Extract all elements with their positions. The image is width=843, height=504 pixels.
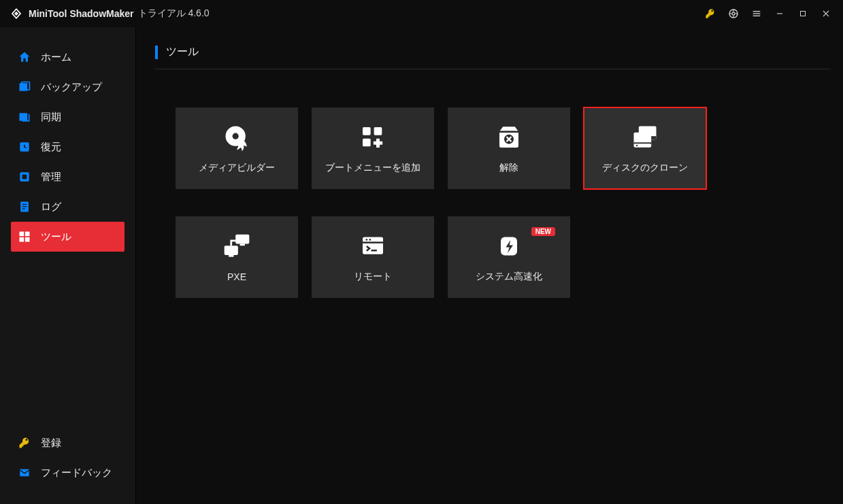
svg-rect-38 xyxy=(240,243,245,246)
menu-button[interactable] xyxy=(745,3,768,24)
key-icon xyxy=(18,436,31,450)
svg-rect-17 xyxy=(20,232,24,237)
sidebar-item-restore[interactable]: 復元 xyxy=(11,132,125,162)
svg-rect-37 xyxy=(235,235,249,244)
svg-rect-24 xyxy=(363,127,371,135)
tool-add-boot-menu[interactable]: ブートメニューを追加 xyxy=(312,107,434,189)
app-edition-version: トライアル 4.6.0 xyxy=(138,7,210,20)
manage-icon xyxy=(18,170,31,184)
tools-grid: メディアビルダー ブートメニューを追加 xyxy=(176,107,831,298)
sidebar-item-tools[interactable]: ツール xyxy=(11,222,125,252)
svg-rect-18 xyxy=(25,232,30,237)
sidebar-item-label: フィードバック xyxy=(41,467,112,480)
svg-rect-20 xyxy=(25,237,30,242)
svg-rect-4 xyxy=(753,16,761,16)
svg-point-23 xyxy=(233,133,239,139)
tools-grid-icon xyxy=(18,230,31,243)
sidebar-item-label: ツール xyxy=(41,231,71,243)
svg-rect-6 xyxy=(801,12,806,16)
bolt-app-icon xyxy=(493,231,525,261)
tool-label: ブートメニューを追加 xyxy=(325,162,420,174)
sync-icon xyxy=(18,110,31,124)
tool-pxe[interactable]: PXE xyxy=(176,216,298,298)
tool-label: PXE xyxy=(227,271,246,282)
svg-rect-12 xyxy=(22,175,27,180)
tool-media-builder[interactable]: メディアビルダー xyxy=(176,107,298,189)
section-title: ツール xyxy=(166,45,199,59)
tool-label: システム高速化 xyxy=(476,271,542,283)
svg-rect-25 xyxy=(374,127,382,135)
close-button[interactable] xyxy=(814,3,838,24)
svg-rect-3 xyxy=(753,13,761,14)
svg-rect-28 xyxy=(374,141,382,145)
sidebar-item-label: ログ xyxy=(41,201,61,214)
tool-label: ディスクのクローン xyxy=(602,162,688,174)
app-logo-icon xyxy=(10,7,23,20)
window-titlebar: MiniTool ShadowMaker トライアル 4.6.0 xyxy=(0,0,843,27)
sidebar: ホーム バックアップ 同期 復元 xyxy=(0,27,136,504)
sidebar-item-label: バックアップ xyxy=(41,81,102,94)
svg-rect-26 xyxy=(363,139,371,147)
activate-key-button[interactable] xyxy=(699,3,722,24)
svg-point-36 xyxy=(636,145,638,146)
svg-rect-39 xyxy=(225,246,238,255)
home-icon xyxy=(18,50,31,64)
sidebar-item-sync[interactable]: 同期 xyxy=(11,102,125,132)
help-button[interactable] xyxy=(722,3,745,24)
disc-fire-icon xyxy=(220,122,253,152)
svg-rect-5 xyxy=(777,13,782,14)
main-content: ツール メディアビルダー xyxy=(136,27,843,504)
svg-rect-46 xyxy=(371,250,377,252)
svg-rect-9 xyxy=(20,113,28,121)
svg-rect-43 xyxy=(363,241,383,243)
new-badge: NEW xyxy=(531,227,555,236)
network-computers-icon xyxy=(220,232,253,262)
svg-rect-15 xyxy=(22,206,27,207)
svg-point-44 xyxy=(366,239,368,241)
box-x-icon xyxy=(493,122,525,152)
sidebar-item-register[interactable]: 登録 xyxy=(11,428,125,458)
grid-plus-icon xyxy=(357,122,389,152)
tool-clone-disk[interactable]: ディスクのクローン xyxy=(584,107,706,189)
disk-stack-icon xyxy=(629,122,661,152)
sidebar-item-backup[interactable]: バックアップ xyxy=(11,72,125,102)
svg-rect-42 xyxy=(363,237,383,243)
sidebar-item-feedback[interactable]: フィードバック xyxy=(11,458,125,488)
tool-label: リモート xyxy=(354,271,392,283)
log-icon xyxy=(18,200,31,214)
svg-rect-14 xyxy=(22,204,27,205)
minimize-button[interactable] xyxy=(768,3,791,24)
tool-label: メディアビルダー xyxy=(199,162,275,174)
sidebar-item-logs[interactable]: ログ xyxy=(11,192,125,222)
svg-rect-40 xyxy=(229,255,233,257)
section-header: ツール xyxy=(155,45,831,69)
mail-icon xyxy=(18,466,31,480)
app-title: MiniTool ShadowMaker xyxy=(29,8,134,19)
tool-remote[interactable]: リモート xyxy=(312,216,434,298)
sidebar-item-label: 登録 xyxy=(41,437,61,450)
sidebar-item-manage[interactable]: 管理 xyxy=(11,162,125,192)
tool-system-speedup[interactable]: NEW システム高速化 xyxy=(448,216,570,298)
section-accent-bar xyxy=(155,46,158,59)
sidebar-item-label: ホーム xyxy=(41,51,71,64)
svg-rect-16 xyxy=(22,209,25,209)
svg-rect-2 xyxy=(753,11,761,12)
terminal-window-icon xyxy=(357,231,389,261)
maximize-button[interactable] xyxy=(791,3,814,24)
svg-rect-19 xyxy=(20,237,24,242)
svg-rect-29 xyxy=(499,131,518,133)
tool-unmount[interactable]: 解除 xyxy=(448,107,570,189)
tool-label: 解除 xyxy=(499,162,518,174)
svg-point-1 xyxy=(732,12,735,15)
svg-point-45 xyxy=(369,239,371,241)
sidebar-item-label: 復元 xyxy=(41,141,61,154)
restore-icon xyxy=(18,140,31,154)
backup-icon xyxy=(18,80,31,94)
sidebar-item-home[interactable]: ホーム xyxy=(11,42,125,72)
sidebar-item-label: 管理 xyxy=(41,171,61,184)
sidebar-item-label: 同期 xyxy=(41,111,61,124)
